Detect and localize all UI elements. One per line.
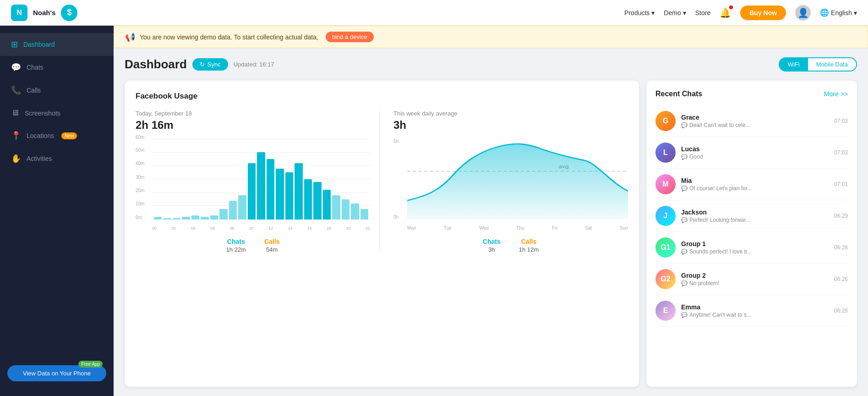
view-data-button[interactable]: Free App View Data on Your Phone [7, 365, 106, 381]
week-value: 3h [393, 119, 628, 132]
facebook-usage-panel: Facebook Usage Today, September 18 2h 16… [125, 81, 639, 387]
message-icon: 💬 [681, 122, 688, 128]
sync-icon: ↻ [200, 61, 205, 68]
message-icon: 💬 [681, 312, 688, 318]
notification-badge [729, 6, 733, 9]
recent-chats-title: Recent Chats [655, 90, 702, 98]
chat-info: Emma 💬 Anytime! Can't wait to s... [681, 303, 829, 318]
bar-item [267, 159, 274, 220]
demo-banner: 📢 You are now viewing demo data. To star… [114, 26, 868, 48]
nav-right: Products ▾ Demo ▾ Store 🔔 Buy Now 👤 🌐 En… [624, 5, 857, 21]
app-logo: N [11, 5, 27, 21]
wifi-toggle-button[interactable]: WiFi [780, 58, 808, 71]
chat-avatar: M [655, 174, 676, 194]
week-label: This week daily average [393, 110, 628, 117]
x-labels: 00 02 04 06 08 10 12 14 16 18 [152, 226, 370, 231]
chat-item[interactable]: J Jackson 💬 Perfect! Looking forwar... 0… [655, 200, 848, 232]
line-x-labels: Mon Tue Wed Thu Fri Sat Sun [407, 226, 628, 231]
demo-link[interactable]: Demo ▾ [664, 9, 686, 16]
chat-name: Lucas [681, 145, 829, 153]
chat-name: Grace [681, 114, 829, 121]
message-icon: 💬 [681, 186, 688, 192]
line-chart: 5h 0h [393, 139, 628, 231]
chats-header: Recent Chats More >> [655, 90, 848, 98]
bar-item [219, 209, 227, 220]
chat-item[interactable]: M Mia 💬 Of course! Let's plan for... 07:… [655, 169, 848, 200]
chat-list: G Grace 💬 Deal! Can't wait to cele... 07… [655, 105, 848, 327]
chats-icon: 💬 [11, 62, 21, 72]
chat-preview: 💬 Deal! Can't wait to cele... [681, 122, 829, 128]
recent-chats-panel: Recent Chats More >> G Grace 💬 Deal! Can… [646, 81, 857, 387]
sidebar-item-dashboard[interactable]: ⊞ Dashboard [0, 33, 114, 56]
week-calls-stat: Calls 1h 12m [519, 238, 539, 253]
app-name: Noah's [33, 9, 55, 16]
chat-item[interactable]: L Lucas 💬 Good 07:03 [655, 137, 848, 169]
free-app-badge: Free App [78, 361, 103, 368]
chat-info: Group 1 💬 Sounds perfect! I love tr... [681, 240, 829, 255]
screenshots-icon: 🖥 [11, 108, 19, 118]
chat-name: Mia [681, 177, 829, 184]
sidebar: ⊞ Dashboard 💬 Chats 📞 Calls 🖥 Screenshot… [0, 26, 114, 396]
chat-time: 06:28 [834, 308, 848, 314]
chat-preview: 💬 Good [681, 154, 829, 160]
sidebar-item-label: Dashboard [23, 41, 55, 48]
chat-item[interactable]: G Grace 💬 Deal! Can't wait to cele... 07… [655, 105, 848, 137]
chat-item[interactable]: G1 Group 1 💬 Sounds perfect! I love tr..… [655, 232, 848, 264]
panel-title: Facebook Usage [136, 92, 628, 101]
products-link[interactable]: Products ▾ [624, 9, 655, 16]
store-link[interactable]: Store [695, 9, 710, 16]
bar-item [342, 199, 349, 220]
chat-time: 06:26 [834, 276, 848, 282]
sidebar-item-screenshots[interactable]: 🖥 Screenshots [0, 102, 114, 124]
chat-item[interactable]: E Emma 💬 Anytime! Can't wait to s... 06:… [655, 295, 848, 327]
sidebar-item-label: Activities [27, 155, 52, 162]
week-chats-stat: Chats 3h [483, 238, 501, 253]
bar-item [191, 215, 199, 220]
chat-time: 07:03 [834, 118, 848, 124]
bar-item [154, 217, 162, 220]
top-nav: N Noah's $ Products ▾ Demo ▾ Store 🔔 Buy… [0, 0, 868, 26]
panels-row: Facebook Usage Today, September 18 2h 16… [125, 81, 857, 387]
sync-button[interactable]: ↻ Sync [192, 58, 228, 71]
bind-device-button[interactable]: bind a device [326, 32, 374, 42]
week-chart-footer: Chats 3h Calls 1h 12m [393, 238, 628, 253]
sidebar-item-locations[interactable]: 📍 Locations New [0, 124, 114, 147]
sidebar-item-chats[interactable]: 💬 Chats [0, 56, 114, 79]
today-label: Today, September 18 [136, 110, 370, 117]
sidebar-item-calls[interactable]: 📞 Calls [0, 79, 114, 102]
new-badge: New [61, 132, 77, 139]
bar-item [313, 182, 321, 220]
header-left: Dashboard ↻ Sync Updated: 16:17 [125, 57, 274, 72]
nav-left: N Noah's $ [11, 5, 77, 21]
language-selector[interactable]: 🌐 English ▾ [820, 8, 857, 17]
chat-avatar: J [655, 206, 676, 226]
globe-icon: 🌐 [820, 8, 829, 17]
user-avatar[interactable]: 👤 [795, 5, 811, 21]
mobile-data-toggle-button[interactable]: Mobile Data [808, 58, 856, 71]
calls-icon: 📞 [11, 85, 21, 95]
notification-bell[interactable]: 🔔 [720, 7, 731, 18]
bar-item [257, 152, 265, 220]
chat-avatar: G [655, 111, 676, 131]
chat-name: Group 1 [681, 240, 829, 248]
today-chats-stat: Chats 1h 22m [226, 238, 246, 253]
bar-item [163, 218, 171, 220]
sidebar-item-activities[interactable]: ✋ Activities [0, 147, 114, 170]
chat-info: Grace 💬 Deal! Can't wait to cele... [681, 114, 829, 128]
today-calls-stat: Calls 54m [264, 238, 279, 253]
chat-item[interactable]: G2 Group 2 💬 No problem! 06:26 [655, 264, 848, 295]
dashboard-content: Dashboard ↻ Sync Updated: 16:17 WiFi Mob… [114, 48, 868, 396]
chat-time: 07:01 [834, 181, 848, 187]
bar-item [210, 215, 218, 220]
content-area: 📢 You are now viewing demo data. To star… [114, 26, 868, 396]
bar-item [332, 195, 340, 220]
more-link[interactable]: More >> [824, 90, 848, 98]
wifi-mobile-toggle: WiFi Mobile Data [779, 57, 857, 72]
chat-info: Mia 💬 Of course! Let's plan for... [681, 177, 829, 192]
bar-item [173, 218, 180, 220]
updated-text: Updated: 16:17 [234, 61, 274, 68]
main-layout: ⊞ Dashboard 💬 Chats 📞 Calls 🖥 Screenshot… [0, 26, 868, 396]
buy-now-button[interactable]: Buy Now [740, 6, 786, 20]
dashboard-header: Dashboard ↻ Sync Updated: 16:17 WiFi Mob… [125, 57, 857, 72]
chat-info: Jackson 💬 Perfect! Looking forwar... [681, 209, 829, 223]
